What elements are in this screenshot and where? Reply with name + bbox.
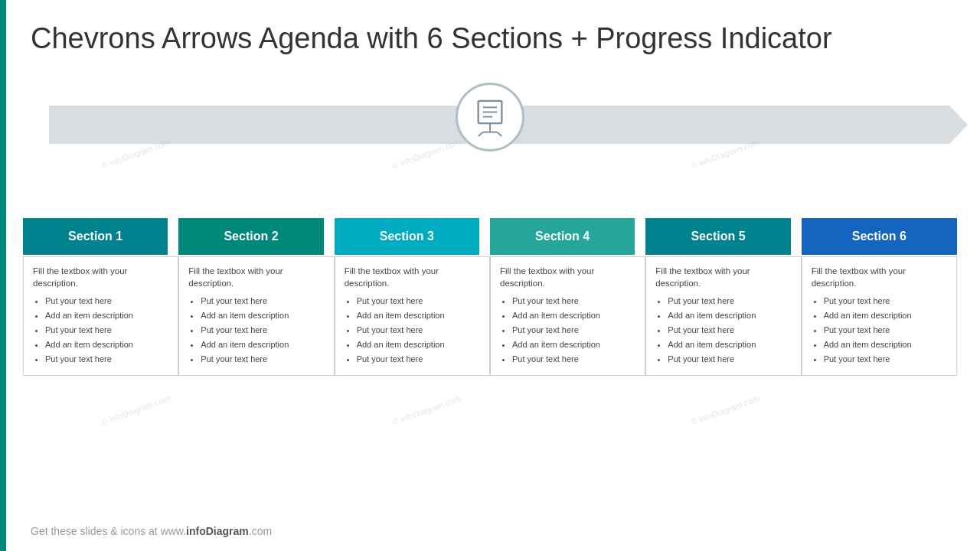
section-content-3: Fill the textbox with your description.P… [335,256,490,376]
section-content-2: Fill the textbox with your description.P… [178,256,334,376]
section-5-bullet-4: Add an item description [668,339,791,350]
section-header-3: Section 3 [335,218,479,255]
footer-brand: infoDiagram [186,525,249,537]
section-2-bullet-5: Put your text here [201,354,324,365]
section-6-bullet-4: Add an item description [824,339,947,350]
section-2-bullet-2: Add an item description [201,310,324,321]
section-3-bullet-2: Add an item description [357,310,480,321]
section-6-bullet-2: Add an item description [824,310,947,321]
section-description-3: Fill the textbox with your description. [345,265,480,289]
section-4-bullet-3: Put your text here [512,324,635,336]
section-6-bullet-5: Put your text here [824,354,947,365]
section-3-bullet-1: Put your text here [357,295,480,307]
section-2-bullet-1: Put your text here [201,295,324,307]
center-icon-circle [456,83,524,152]
section-bullets-2: Put your text hereAdd an item descriptio… [188,295,324,364]
section-3-bullet-5: Put your text here [357,354,480,365]
section-4-bullet-1: Put your text here [512,295,635,307]
section-1-bullet-3: Put your text here [45,324,168,336]
section-4-bullet-5: Put your text here [512,354,635,365]
section-content-6: Fill the textbox with your description.P… [802,256,957,376]
section-5-bullet-2: Add an item description [668,310,791,321]
section-header-1: Section 1 [23,218,168,255]
section-header-2: Section 2 [178,218,323,255]
section-1-bullet-4: Add an item description [45,339,168,350]
section-content-1: Fill the textbox with your description.P… [23,256,178,376]
section-description-6: Fill the textbox with your description. [812,265,947,289]
section-header-4: Section 4 [490,218,635,255]
page-title: Chevrons Arrows Agenda with 6 Sections +… [31,21,949,57]
section-4-bullet-4: Add an item description [512,339,635,350]
footer: Get these slides & icons at www.infoDiag… [31,525,272,537]
section-col-3: Section 3Fill the textbox with your desc… [335,218,490,376]
section-6-bullet-1: Put your text here [824,295,947,307]
section-1-bullet-2: Add an item description [45,310,168,321]
section-col-4: Section 4Fill the textbox with your desc… [490,218,645,376]
svg-line-6 [479,132,483,136]
section-description-1: Fill the textbox with your description. [33,265,168,289]
section-1-bullet-1: Put your text here [45,295,168,307]
section-5-bullet-1: Put your text here [668,295,791,307]
section-1-bullet-5: Put your text here [45,354,168,365]
section-3-bullet-3: Put your text here [357,324,480,336]
section-description-4: Fill the textbox with your description. [500,265,635,289]
section-col-6: Section 6Fill the textbox with your desc… [802,218,957,376]
section-3-bullet-4: Add an item description [357,339,480,350]
section-5-bullet-3: Put your text here [668,324,791,336]
footer-text-plain: Get these slides & icons at www. [31,525,186,537]
left-accent-bar [0,0,6,551]
section-bullets-5: Put your text hereAdd an item descriptio… [655,295,791,364]
svg-line-7 [497,132,501,136]
section-col-1: Section 1Fill the textbox with your desc… [23,218,178,376]
section-col-2: Section 2Fill the textbox with your desc… [178,218,334,376]
watermark-4: © infoDiagram.com [100,393,172,427]
section-4-bullet-2: Add an item description [512,310,635,321]
section-description-2: Fill the textbox with your description. [188,265,324,289]
sections-grid: Section 1Fill the textbox with your desc… [23,218,957,376]
section-bullets-6: Put your text hereAdd an item descriptio… [812,295,947,364]
watermark-6: © infoDiagram.com [690,393,761,427]
agenda-icon [471,98,509,136]
title-area: Chevrons Arrows Agenda with 6 Sections +… [31,21,949,57]
section-2-bullet-3: Put your text here [201,324,324,336]
section-bullets-1: Put your text hereAdd an item descriptio… [33,295,168,364]
section-2-bullet-4: Add an item description [201,339,324,350]
section-content-4: Fill the textbox with your description.P… [490,256,645,376]
section-content-5: Fill the textbox with your description.P… [645,256,801,376]
section-bullets-4: Put your text hereAdd an item descriptio… [500,295,635,364]
watermark-5: © infoDiagram.com [391,393,462,427]
section-col-5: Section 5Fill the textbox with your desc… [645,218,801,376]
footer-text-suffix: .com [249,525,272,537]
section-header-6: Section 6 [802,218,957,255]
section-6-bullet-3: Put your text here [824,324,947,336]
section-5-bullet-5: Put your text here [668,354,791,365]
section-header-5: Section 5 [645,218,790,255]
section-bullets-3: Put your text hereAdd an item descriptio… [345,295,480,364]
section-description-5: Fill the textbox with your description. [655,265,791,289]
